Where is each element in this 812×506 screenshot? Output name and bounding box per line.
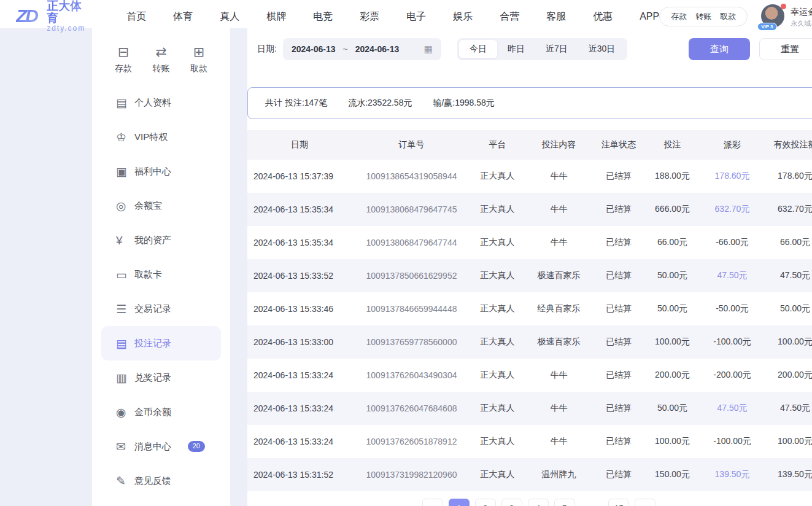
sidebar-menu-item[interactable]: ☰ 交易记录 [101,292,221,326]
cell-platform: 正大真人 [471,204,524,215]
user-name: 幸运金总 [791,6,812,18]
cell-bet-amount: 50.00元 [643,303,702,314]
quick-range-group: 今日 昨日 近7日 近30日 [457,38,627,60]
quick-action[interactable]: ⊟ 存款 [115,45,132,74]
sidebar-menu-item[interactable]: ¥ 我的资产 [101,223,221,257]
table-row: 2024-06-13 15:33:52 1009137850661629952 … [247,259,812,292]
cell-payout: -100.00元 [702,436,763,447]
nav-item[interactable]: 优惠 [593,10,613,23]
sidebar-menu-item[interactable]: ♔ VIP特权 [101,120,221,154]
sidebar-menu: ▤ 个人资料 ♔ VIP特权 ▣ 福利中心 ◎ [101,85,221,498]
nav-item[interactable]: 娱乐 [453,10,473,23]
cell-order-number: 1009137626047684608 [352,403,471,413]
date-range-input[interactable]: 2024-06-13 ~ 2024-06-13 ▦ [283,38,441,60]
nav-item-label: 客服 [546,11,566,21]
cell-order-number: 1009137319982120960 [352,470,471,480]
cell-order-number: 1009137659778560000 [352,337,471,347]
nav-item-label: 体育 [173,11,193,21]
cell-bet-amount: 100.00元 [643,337,702,348]
nav-item-label: 棋牌 [266,11,286,21]
sidebar-menu-item[interactable]: ▤ 投注记录 [101,326,221,360]
cell-status: 已结算 [594,469,643,480]
sidebar-menu-item[interactable]: ✉ 消息中心 20 [101,429,221,464]
quick-action[interactable]: ⊞ 取款 [190,45,207,74]
cell-status: 已结算 [594,370,643,381]
cell-bet-content: 牛牛 [524,370,594,381]
cell-bet-content: 温州牌九 [524,469,594,480]
page-number-button[interactable]: 4 [528,499,549,506]
nav-item[interactable]: 体育 [173,10,193,23]
cell-platform: 正大真人 [471,436,524,447]
wallet-icon: ⊟ [118,45,129,59]
nav-item-label: 电竞 [313,11,333,21]
nav-item[interactable]: 首页 [126,10,146,23]
quick-range-option[interactable]: 近7日 [535,40,578,58]
nav-item[interactable]: APP [640,11,659,22]
next-page-button[interactable]: › [635,499,655,506]
sidebar-menu-item[interactable]: ◉ 金币余额 [101,395,221,429]
reset-button[interactable]: 重置 [759,38,812,60]
cell-date: 2024-06-13 15:35:34 [247,238,352,247]
nav-item[interactable]: 真人 [220,10,239,23]
nav-item-label: 合营 [500,11,519,21]
sidebar-menu-item[interactable]: ▥ 兑奖记录 [101,360,221,395]
permanent-domain-note: 永久域名: z [791,18,812,29]
quick-range-option[interactable]: 今日 [459,40,497,58]
vip-badge: VIP 3 [757,23,776,31]
quick-range-option[interactable]: 近30日 [578,40,626,58]
user-block[interactable]: VIP 3 幸运金总 永久域名: z [761,4,812,29]
quick-action-label: 转账 [153,63,170,74]
sidebar-menu-item[interactable]: ▭ 取款卡 [101,257,221,292]
nav-item[interactable]: 电子 [406,10,426,23]
table-row: 2024-06-13 15:31:52 1009137319982120960 … [247,458,812,491]
page-number-button[interactable]: 3 [501,499,522,506]
calendar-icon[interactable]: ▦ [424,44,433,55]
cell-valid-amount: 632.70元 [763,204,812,215]
quick-range-option[interactable]: 昨日 [497,40,535,58]
page-number-button[interactable]: 1 [449,499,470,506]
site-logo[interactable]: ZD 正大体育 zdty.com [16,0,88,32]
sidebar-item-label: VIP特权 [134,131,168,143]
page-number-button[interactable]: ••• [581,499,603,506]
cell-date: 2024-06-13 15:31:52 [247,470,352,480]
date-separator: ~ [343,44,348,54]
crown-icon: ♔ [116,131,134,143]
nav-item[interactable]: 棋牌 [266,10,286,23]
page-number-button[interactable]: 15 [608,499,629,506]
table-row: 2024-06-13 15:35:34 1009138068479647745 … [247,193,812,226]
sidebar-menu-item[interactable]: ▣ 福利中心 [101,154,221,189]
table-row: 2024-06-13 15:37:39 1009138654319058944 … [247,160,812,193]
prev-page-button[interactable]: ‹ [422,499,443,506]
sidebar: ⊟ 存款 ⇄ 转账 ⊞ 取款 ▤ 个人资料 [92,28,230,506]
page-number-button[interactable]: 2 [475,499,496,506]
cell-platform: 正大真人 [471,303,524,314]
cell-platform: 正大真人 [471,171,524,182]
sidebar-menu-item[interactable]: ▤ 个人资料 [101,85,221,120]
cell-payout: 178.60元 [702,171,763,182]
nav-item[interactable]: 合营 [500,10,519,23]
cell-order-number: 1009137626043490304 [352,370,471,380]
date-label: 日期: [257,44,277,55]
coin-icon: ◉ [116,407,134,418]
feedback-icon: ✎ [116,475,134,487]
wallet-action[interactable]: 转账 [695,11,711,22]
quick-action[interactable]: ⇄ 转账 [153,45,170,74]
table-row: 2024-06-13 15:33:00 1009137659778560000 … [247,325,812,359]
nav-item[interactable]: 电竞 [313,10,333,23]
sidebar-menu-item[interactable]: ◎ 余额宝 [101,189,221,223]
logo-monogram: ZD [16,6,41,26]
quick-range-label: 昨日 [508,44,525,55]
cell-order-number: 1009138068479647744 [352,238,471,247]
wallet-action[interactable]: 取款 [720,11,736,22]
nav-item[interactable]: 彩票 [360,10,379,23]
wallet-action[interactable]: 存款 [671,11,687,22]
sidebar-item-label: 余额宝 [134,200,162,212]
nav-item-label: APP [640,11,659,21]
cell-date: 2024-06-13 15:33:24 [247,437,352,446]
cell-platform: 正大真人 [471,337,524,348]
page-number-button[interactable]: 5 [554,499,575,506]
sidebar-menu-item[interactable]: ✎ 意见反馈 [101,464,221,498]
bet-record-icon: ▤ [116,338,134,349]
nav-item[interactable]: 客服 [546,10,566,23]
query-button[interactable]: 查询 [689,38,750,60]
